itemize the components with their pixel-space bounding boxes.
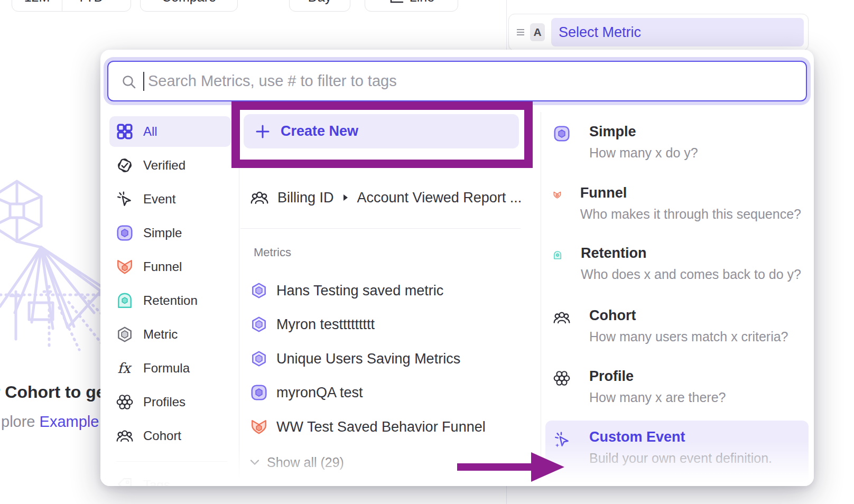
sidebar-label-all: All (143, 124, 157, 139)
sidebar-label-retention: Retention (143, 293, 198, 308)
sidebar-item-simple[interactable]: Simple (109, 218, 231, 248)
select-metric-label: Select Metric (559, 24, 641, 41)
event-cursor-icon (116, 190, 134, 208)
background-heading-fragment: r Cohort to ge (0, 382, 106, 402)
retention-icon (116, 292, 134, 310)
type-row-retention[interactable]: Retention Who does x and comes back to d… (553, 246, 801, 281)
metric-name: myronQA test (276, 385, 363, 401)
metric-hexagon-icon (250, 350, 268, 368)
line-label: Line (410, 0, 434, 5)
type-description: How many x do y? (589, 146, 698, 160)
sidebar-item-formula[interactable]: fx Formula (109, 353, 231, 384)
metric-hexagon-icon (250, 315, 268, 333)
sidebar-item-event[interactable]: Event (109, 184, 231, 214)
sidebar-label-event: Event (143, 192, 175, 207)
range-ytd-button[interactable]: YTD (62, 0, 131, 11)
retention-icon (553, 246, 562, 264)
profiles-icon (116, 393, 134, 411)
range-12m-button[interactable]: 12M (12, 0, 62, 11)
metric-list-item[interactable]: Myron testtttttttt (250, 311, 375, 338)
recent-cohort-name: Billing ID (277, 190, 334, 206)
type-row-profile[interactable]: Profile How many x are there? (553, 369, 801, 404)
modal-divider-left (239, 112, 239, 486)
type-title: Retention (581, 246, 801, 260)
metric-search-bar (107, 61, 807, 101)
grid-icon (116, 123, 134, 141)
type-title: Cohort (589, 309, 788, 323)
metric-picker-modal: All Verified Event Simple (100, 50, 814, 486)
granularity-day-button[interactable]: Day (289, 0, 350, 12)
metric-hexagon-icon (250, 282, 268, 300)
sidebar-item-funnel[interactable]: Funnel (109, 251, 231, 282)
type-title: Funnel (580, 186, 801, 200)
chart-type-line-button[interactable]: Line (365, 0, 458, 12)
recents-metrics-divider (240, 228, 521, 229)
funnel-icon (250, 418, 268, 436)
sidebar-item-all[interactable]: All (109, 116, 231, 147)
breadcrumb-arrow-icon (342, 193, 349, 202)
range-12m-label: 12M (24, 0, 50, 5)
recent-item-billing-id[interactable]: Billing ID Account Viewed Report ... (250, 184, 522, 211)
compare-label: Compare (162, 0, 216, 5)
formula-icon: fx (116, 359, 134, 377)
verified-badge-icon (116, 156, 134, 174)
modal-bottom-fade (100, 441, 814, 486)
type-title: Simple (589, 125, 698, 139)
funnel-icon (116, 258, 134, 276)
select-metric-button[interactable]: Select Metric (551, 18, 804, 46)
simple-metric-icon (250, 384, 268, 402)
metrics-header: Metrics (254, 246, 291, 259)
saved-metric-icon (116, 325, 134, 343)
profiles-icon (553, 369, 571, 387)
simple-metric-icon (116, 224, 134, 242)
metric-name: Hans Testing saved metric (276, 283, 443, 299)
type-row-cohort[interactable]: Cohort How many users match x criteria? (553, 309, 801, 343)
cohort-people-icon (250, 188, 269, 207)
recents-header: Recents (254, 157, 296, 171)
sidebar-label-profiles: Profiles (143, 395, 185, 409)
metric-list-item[interactable]: myronQA test (250, 379, 363, 406)
funnel-icon (553, 186, 562, 204)
simple-metric-icon (553, 125, 571, 143)
recent-event-name: Account Viewed Report ... (357, 190, 522, 206)
type-description: Who makes it through this sequence? (580, 208, 801, 221)
sidebar-label-formula: Formula (143, 361, 190, 376)
sidebar-item-verified[interactable]: Verified (109, 150, 231, 181)
sidebar-item-profiles[interactable]: Profiles (109, 387, 231, 417)
metric-row-card: A Select Metric (508, 14, 809, 51)
metric-list-item[interactable]: WW Test Saved Behavior Funnel (250, 413, 486, 441)
search-icon (121, 74, 137, 90)
type-description: Who does x and comes back to do y? (581, 268, 801, 281)
metric-list-item[interactable]: Unique Users Saving Metrics (250, 345, 460, 372)
modal-divider-right (541, 112, 541, 486)
metric-list-item[interactable]: Hans Testing saved metric (250, 277, 443, 304)
sidebar-label-verified: Verified (143, 158, 185, 173)
day-label: Day (308, 0, 331, 5)
type-row-funnel[interactable]: Funnel Who makes it through this sequenc… (553, 186, 801, 221)
line-chart-icon (388, 0, 404, 5)
background-subtext: plore Example R (1, 413, 114, 431)
create-new-label: Create New (281, 123, 358, 139)
metric-name: WW Test Saved Behavior Funnel (276, 419, 486, 435)
metric-picker-screen: r Cohort to ge plore Example R 12M YTD C… (0, 0, 854, 504)
sidebar-label-simple: Simple (143, 226, 182, 240)
metric-name: Myron testtttttttt (276, 316, 375, 333)
text-caret (143, 72, 144, 91)
sidebar-item-retention[interactable]: Retention (109, 285, 231, 316)
type-title: Profile (589, 369, 726, 384)
compare-button[interactable]: Compare (140, 0, 238, 12)
create-new-button[interactable]: Create New (244, 114, 519, 148)
search-input[interactable] (108, 72, 806, 90)
sidebar-label-metric: Metric (143, 327, 178, 342)
sidebar-item-metric[interactable]: Metric (109, 319, 231, 350)
metric-name: Unique Users Saving Metrics (276, 351, 460, 367)
svg-text:fx: fx (117, 360, 132, 376)
drag-handle-icon[interactable] (516, 28, 525, 36)
range-ytd-label: YTD (77, 0, 104, 5)
type-row-simple[interactable]: Simple How many x do y? (553, 125, 801, 160)
series-a-badge: A (530, 23, 545, 41)
type-description: How many x are there? (589, 391, 726, 404)
plus-icon (255, 124, 270, 139)
date-range-segmented-control: 12M YTD (12, 0, 131, 12)
type-description: How many users match x criteria? (589, 330, 788, 343)
